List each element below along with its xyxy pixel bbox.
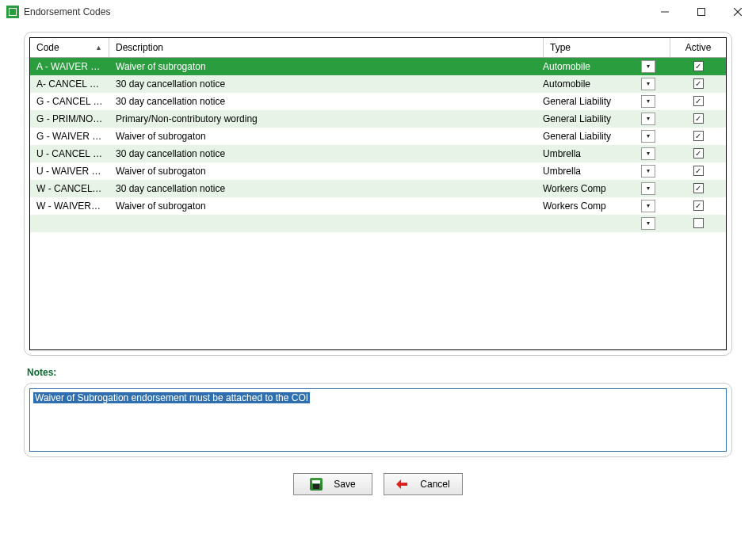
table-row[interactable]: ▾ bbox=[30, 215, 726, 232]
active-checkbox[interactable] bbox=[693, 96, 704, 106]
grid-empty-area bbox=[30, 232, 726, 349]
grid: Code▲ Description Type Active A - WAIVER… bbox=[29, 37, 727, 350]
cell-type[interactable]: General Liability bbox=[536, 96, 641, 107]
cell-type[interactable]: General Liability bbox=[536, 113, 641, 124]
active-checkbox[interactable] bbox=[693, 113, 704, 124]
cell-code[interactable]: G - CANCEL NO... bbox=[30, 96, 109, 107]
save-icon bbox=[310, 478, 323, 491]
type-dropdown-button[interactable]: ▾ bbox=[641, 147, 655, 160]
svg-rect-1 bbox=[698, 9, 705, 16]
cell-description[interactable]: Waiver of subrogaton bbox=[109, 131, 536, 142]
cell-active[interactable] bbox=[670, 183, 726, 193]
notes-selected-text[interactable]: Waiver of Subrogation endorsement must b… bbox=[33, 392, 310, 403]
type-dropdown-button[interactable]: ▾ bbox=[641, 130, 655, 143]
cell-type[interactable]: Automobile bbox=[536, 61, 641, 72]
cell-type[interactable]: General Liability bbox=[536, 131, 641, 142]
save-button[interactable]: Save bbox=[293, 473, 372, 495]
active-checkbox[interactable] bbox=[693, 200, 704, 211]
type-dropdown-button[interactable]: ▾ bbox=[641, 60, 655, 73]
table-row[interactable]: W - WAIVER OF ...Waiver of subrogatonWor… bbox=[30, 197, 726, 215]
type-dropdown-button[interactable]: ▾ bbox=[641, 165, 655, 178]
save-button-label: Save bbox=[334, 479, 355, 490]
cell-active[interactable] bbox=[670, 200, 726, 211]
column-header-description[interactable]: Description bbox=[109, 38, 544, 57]
cancel-icon bbox=[396, 478, 409, 491]
table-row[interactable]: A- CANCEL NOTI...30 day cancellation not… bbox=[30, 75, 726, 93]
notes-panel: Waiver of Subrogation endorsement must b… bbox=[24, 383, 732, 457]
cell-description[interactable]: Waiver of subrogaton bbox=[109, 200, 536, 212]
active-checkbox[interactable] bbox=[693, 183, 704, 193]
sort-asc-icon: ▲ bbox=[95, 44, 102, 52]
active-checkbox[interactable] bbox=[693, 61, 704, 71]
type-dropdown-button[interactable]: ▾ bbox=[641, 113, 655, 125]
maximize-button[interactable] bbox=[683, 0, 720, 24]
active-checkbox[interactable] bbox=[693, 166, 704, 176]
table-row[interactable]: A - WAIVER OF ...Waiver of subrogatonAut… bbox=[30, 58, 726, 75]
type-dropdown-button[interactable]: ▾ bbox=[641, 200, 655, 212]
minimize-button[interactable] bbox=[647, 0, 683, 24]
cell-active[interactable] bbox=[670, 78, 726, 89]
cell-code[interactable]: A- CANCEL NOTI... bbox=[30, 78, 109, 90]
app-icon bbox=[6, 6, 19, 18]
cell-code[interactable]: U - WAIVER OF ... bbox=[30, 166, 109, 177]
button-row: Save Cancel bbox=[24, 473, 732, 495]
cell-active[interactable] bbox=[670, 148, 726, 158]
table-row[interactable]: G - PRIM/NON C...Primary/Non-contributor… bbox=[30, 110, 726, 128]
cell-active[interactable] bbox=[670, 131, 726, 141]
column-header-type[interactable]: Type bbox=[544, 38, 670, 57]
cell-active[interactable] bbox=[670, 218, 726, 228]
cell-description[interactable]: 30 day cancellation notice bbox=[109, 96, 536, 107]
active-checkbox[interactable] bbox=[693, 78, 704, 89]
cell-description[interactable]: Primary/Non-contributory wording bbox=[109, 113, 536, 124]
table-row[interactable]: G - WAIVER OF ...Waiver of subrogatonGen… bbox=[30, 128, 726, 145]
active-checkbox[interactable] bbox=[693, 218, 704, 228]
cell-code[interactable]: W - CANCEL NO... bbox=[30, 183, 109, 194]
cell-type[interactable]: Workers Comp bbox=[536, 200, 641, 212]
cell-type[interactable]: Workers Comp bbox=[536, 183, 641, 194]
table-row[interactable]: W - CANCEL NO...30 day cancellation noti… bbox=[30, 180, 726, 197]
cell-code[interactable]: G - WAIVER OF ... bbox=[30, 131, 109, 142]
cancel-button-label: Cancel bbox=[420, 479, 449, 490]
active-checkbox[interactable] bbox=[693, 131, 704, 141]
notes-label: Notes: bbox=[27, 367, 732, 378]
cell-active[interactable] bbox=[670, 166, 726, 176]
close-button[interactable] bbox=[720, 0, 756, 24]
type-dropdown-button[interactable]: ▾ bbox=[641, 217, 655, 230]
table-row[interactable]: U - CANCEL NO...30 day cancellation noti… bbox=[30, 145, 726, 162]
grid-header-row: Code▲ Description Type Active bbox=[30, 38, 726, 58]
type-dropdown-button[interactable]: ▾ bbox=[641, 78, 655, 90]
cell-description[interactable]: Waiver of subrogaton bbox=[109, 61, 536, 72]
table-row[interactable]: U - WAIVER OF ...Waiver of subrogatonUmb… bbox=[30, 162, 726, 180]
cell-type[interactable]: Umbrella bbox=[536, 148, 641, 159]
column-header-active[interactable]: Active bbox=[670, 38, 726, 57]
cell-active[interactable] bbox=[670, 61, 726, 71]
cell-code[interactable]: U - CANCEL NO... bbox=[30, 148, 109, 159]
cell-description[interactable]: 30 day cancellation notice bbox=[109, 148, 536, 159]
cell-description[interactable]: 30 day cancellation notice bbox=[109, 78, 536, 90]
title-bar: Endorsement Codes bbox=[0, 0, 756, 24]
active-checkbox[interactable] bbox=[693, 148, 704, 158]
svg-line-2 bbox=[734, 8, 742, 16]
cancel-button[interactable]: Cancel bbox=[384, 473, 463, 495]
svg-line-3 bbox=[734, 8, 742, 16]
cell-type[interactable]: Automobile bbox=[536, 78, 641, 90]
cell-code[interactable]: A - WAIVER OF ... bbox=[30, 61, 109, 72]
notes-textarea[interactable]: Waiver of Subrogation endorsement must b… bbox=[29, 388, 727, 452]
cell-active[interactable] bbox=[670, 113, 726, 124]
cell-code[interactable]: G - PRIM/NON C... bbox=[30, 113, 109, 124]
cell-active[interactable] bbox=[670, 96, 726, 106]
window-title: Endorsement Codes bbox=[24, 6, 110, 17]
cell-code[interactable]: W - WAIVER OF ... bbox=[30, 200, 109, 212]
type-dropdown-button[interactable]: ▾ bbox=[641, 182, 655, 195]
type-dropdown-button[interactable]: ▾ bbox=[641, 95, 655, 108]
grid-panel: Code▲ Description Type Active A - WAIVER… bbox=[24, 32, 732, 356]
cell-description[interactable]: Waiver of subrogaton bbox=[109, 166, 536, 177]
cell-type[interactable]: Umbrella bbox=[536, 166, 641, 177]
cell-description[interactable]: 30 day cancellation notice bbox=[109, 183, 536, 194]
column-header-code[interactable]: Code▲ bbox=[30, 38, 109, 57]
table-row[interactable]: G - CANCEL NO...30 day cancellation noti… bbox=[30, 93, 726, 110]
window-controls bbox=[647, 0, 756, 24]
